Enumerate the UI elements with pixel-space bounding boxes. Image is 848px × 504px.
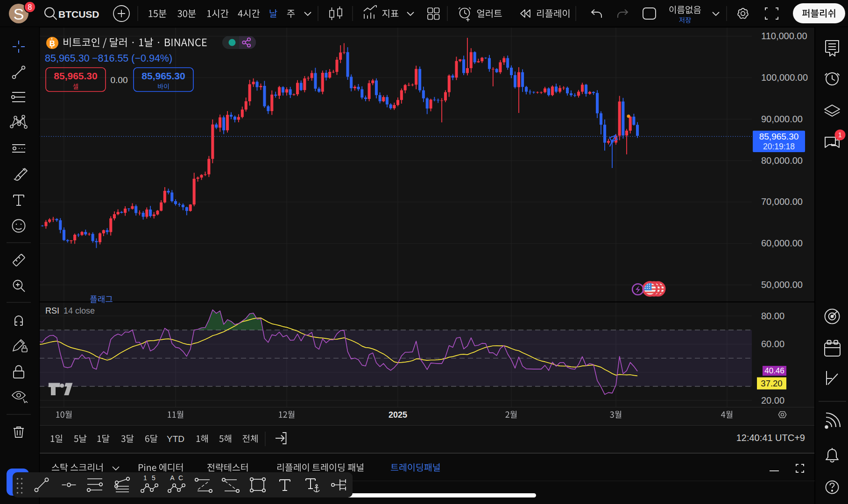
svg-text:S: S xyxy=(14,5,24,23)
svg-text:RSI: RSI xyxy=(45,306,59,315)
svg-text:85,965.30: 85,965.30 xyxy=(45,53,90,64)
svg-text:A: A xyxy=(170,474,175,482)
svg-text:50,000.00: 50,000.00 xyxy=(761,280,803,290)
svg-text:60.00: 60.00 xyxy=(761,339,784,349)
svg-text:1: 1 xyxy=(143,474,147,482)
svg-text:8: 8 xyxy=(28,3,32,11)
svg-text:70,000.00: 70,000.00 xyxy=(761,196,803,207)
svg-text:110,000.00: 110,000.00 xyxy=(761,31,807,41)
svg-text:80.00: 80.00 xyxy=(761,311,784,321)
svg-text:40.46: 40.46 xyxy=(764,366,784,375)
svg-text:0.00: 0.00 xyxy=(111,75,128,85)
svg-text:B: B xyxy=(49,39,55,48)
svg-text:90,000.00: 90,000.00 xyxy=(761,114,803,124)
svg-text:85,965.30: 85,965.30 xyxy=(759,132,799,141)
svg-text:YTD: YTD xyxy=(167,434,184,444)
svg-text:60,000.00: 60,000.00 xyxy=(761,238,803,248)
svg-text:12:40:41 UTC+9: 12:40:41 UTC+9 xyxy=(736,433,805,443)
svg-text:20:19:18: 20:19:18 xyxy=(763,142,795,151)
svg-text:85,965.30: 85,965.30 xyxy=(54,70,97,81)
svg-text:80,000.00: 80,000.00 xyxy=(761,155,803,166)
svg-text:85,965.30: 85,965.30 xyxy=(141,70,185,81)
svg-text:37.20: 37.20 xyxy=(761,378,782,388)
svg-text:14 close: 14 close xyxy=(64,306,95,315)
svg-text:BTCUSD: BTCUSD xyxy=(58,9,99,20)
svg-text:2025: 2025 xyxy=(389,410,407,420)
svg-text:C: C xyxy=(178,474,183,482)
svg-text:1: 1 xyxy=(838,131,842,139)
svg-text:−816.55 (−0.94%): −816.55 (−0.94%) xyxy=(92,53,172,64)
svg-text:20.00: 20.00 xyxy=(761,395,784,406)
svg-text:100,000.00: 100,000.00 xyxy=(761,72,808,83)
svg-text:5: 5 xyxy=(152,474,155,482)
